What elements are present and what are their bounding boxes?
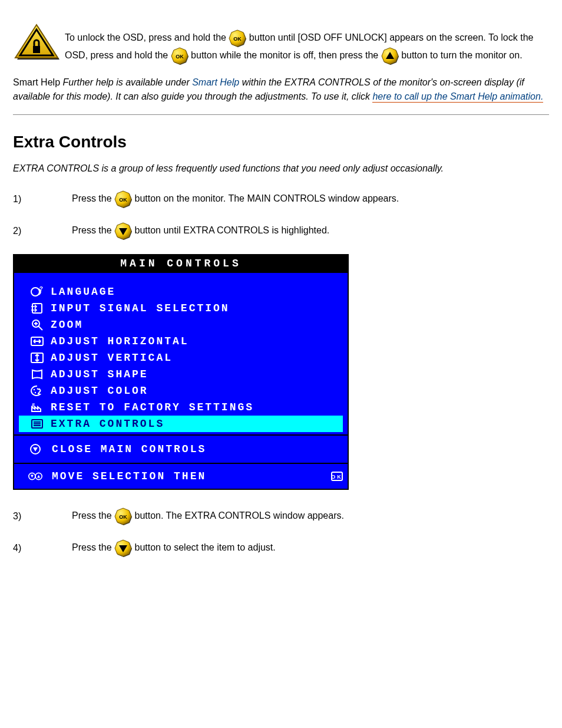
osd-main-controls: MAIN CONTROLS ? LANGUAGE INPUT SIGNAL SE… — [13, 254, 349, 490]
osd-item-language: ? LANGUAGE — [19, 284, 343, 300]
svg-point-19 — [31, 288, 39, 296]
svg-point-28 — [34, 389, 35, 390]
svg-point-30 — [38, 393, 39, 394]
step-3: 3) Press the OK button. The EXTRA CONTRO… — [13, 508, 549, 525]
text: To unlock the OSD, press and hold the — [65, 32, 229, 42]
ok-button-icon: OK — [171, 47, 189, 65]
list-icon — [24, 417, 51, 430]
osd-item-reset: RESET TO FACTORY SETTINGS — [19, 399, 343, 416]
step-1: 1) Press the OK button on the monitor. T… — [13, 190, 549, 208]
unlock-instructions: To unlock the OSD, press and hold the OK — [65, 18, 549, 65]
section-lead: EXTRA CONTROLS is a group of less freque… — [13, 163, 549, 174]
svg-point-29 — [35, 392, 36, 393]
step-body: Press the OK button on the monitor. The … — [72, 190, 549, 208]
smart-help-prefix: Smart Help — [13, 77, 62, 87]
smart-help-paragraph: Smart Help Further help is available und… — [13, 75, 549, 104]
text: button to turn the monitor on. — [401, 50, 522, 60]
page: To unlock the OSD, press and hold the OK — [0, 0, 562, 728]
svg-text:OK: OK — [331, 474, 343, 480]
factory-icon — [24, 401, 51, 414]
step-number: 4) — [13, 542, 72, 555]
up-down-icon — [19, 470, 52, 483]
step-body: Press the button until EXTRA CONTROLS is… — [72, 222, 549, 240]
smart-help-inline-link[interactable]: Smart Help — [192, 77, 239, 87]
text: button to select the item to adjust. — [134, 542, 275, 552]
osd-item-adjust-shape: ADJUST SHAPE — [19, 366, 343, 383]
osd-item-label: ADJUST VERTICAL — [51, 352, 343, 364]
svg-text:OK: OK — [119, 514, 127, 520]
svg-text:?: ? — [39, 286, 44, 292]
ok-button-icon: OK — [229, 29, 246, 47]
step-body: Press the button to select the item to a… — [72, 539, 549, 557]
svg-text:OK: OK — [176, 54, 184, 60]
osd-item-label: LANGUAGE — [51, 286, 343, 298]
osd-item-label: ADJUST HORIZONTAL — [51, 335, 343, 347]
svg-marker-40 — [37, 475, 40, 478]
step-number: 3) — [13, 510, 72, 523]
osd-title: MAIN CONTROLS — [14, 255, 348, 273]
divider — [13, 114, 549, 115]
svg-rect-3 — [33, 46, 40, 53]
text: button on the monitor. The MAIN CONTROLS… — [134, 193, 399, 203]
step-body: Press the OK button. The EXTRA CONTROLS … — [72, 508, 549, 525]
input-icon — [24, 302, 51, 315]
osd-item-adjust-color: ADJUST COLOR — [19, 383, 343, 399]
osd-item-adjust-horizontal: ADJUST HORIZONTAL — [19, 333, 343, 350]
down-button-icon — [114, 539, 132, 557]
text: button until EXTRA CONTROLS is highlight… — [134, 225, 329, 235]
horiz-arrows-icon — [24, 335, 51, 348]
text: Press the — [72, 225, 114, 235]
smart-help-text: Further help is available under — [62, 77, 192, 87]
vert-arrows-icon — [24, 351, 51, 364]
down-button-icon — [114, 222, 132, 240]
osd-item-label: ADJUST COLOR — [51, 385, 343, 397]
osd-item-label: EXTRA CONTROLS — [51, 418, 343, 430]
svg-marker-38 — [31, 475, 34, 478]
up-button-icon — [381, 47, 399, 65]
language-icon: ? — [24, 285, 51, 298]
osd-close-label: CLOSE MAIN CONTROLS — [52, 443, 343, 455]
text: Press the — [72, 510, 114, 521]
text: button while the monitor is off, then pr… — [191, 50, 381, 60]
smart-help-animation-link[interactable]: here to call up the Smart Help animation… — [372, 91, 543, 103]
osd-item-input: INPUT SIGNAL SELECTION — [19, 300, 343, 317]
shape-icon — [24, 368, 51, 381]
svg-line-23 — [38, 326, 42, 330]
text: Press the — [72, 193, 114, 203]
palette-icon — [24, 384, 51, 397]
osd-item-zoom: ZOOM — [19, 317, 343, 333]
osd-item-label: RESET TO FACTORY SETTINGS — [51, 401, 343, 413]
osd-body: ? LANGUAGE INPUT SIGNAL SELECTION ZOOM — [14, 273, 348, 434]
caution-row: To unlock the OSD, press and hold the OK — [13, 18, 549, 65]
svg-rect-21 — [32, 304, 42, 313]
ok-button-icon: OK — [114, 190, 132, 208]
osd-item-adjust-vertical: ADJUST VERTICAL — [19, 350, 343, 366]
caution-icon — [13, 24, 60, 60]
ok-button-icon: OK — [114, 508, 132, 525]
osd-footer-row: MOVE SELECTION THEN OK — [14, 463, 348, 489]
step-number: 1) — [13, 193, 72, 206]
osd-close-row: CLOSE MAIN CONTROLS — [14, 434, 348, 463]
down-triangle-icon — [19, 443, 52, 456]
osd-footer-label: MOVE SELECTION THEN — [52, 470, 326, 482]
step-2: 2) Press the button until EXTRA CONTROLS… — [13, 222, 549, 240]
zoom-icon — [24, 318, 51, 331]
osd-item-label: INPUT SIGNAL SELECTION — [51, 302, 343, 314]
svg-text:OK: OK — [234, 36, 242, 42]
section-heading: Extra Controls — [13, 133, 549, 151]
osd-item-extra-controls: EXTRA CONTROLS — [19, 416, 343, 432]
osd-item-label: ZOOM — [51, 319, 343, 331]
ok-box-icon: OK — [331, 471, 343, 482]
svg-marker-36 — [33, 447, 38, 452]
osd-item-label: ADJUST SHAPE — [51, 368, 343, 380]
text: button. The EXTRA CONTROLS window appear… — [134, 510, 343, 521]
step-number: 2) — [13, 225, 72, 238]
text: Press the — [72, 542, 114, 552]
svg-text:OK: OK — [119, 197, 127, 203]
step-4: 4) Press the button to select the item t… — [13, 539, 549, 557]
